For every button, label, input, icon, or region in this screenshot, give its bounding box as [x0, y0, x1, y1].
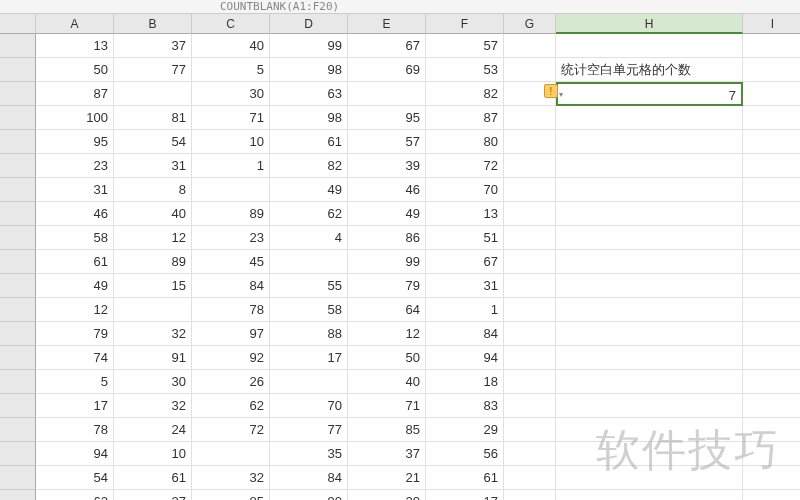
- cell[interactable]: [504, 34, 556, 58]
- cell[interactable]: 27: [114, 490, 192, 500]
- cell[interactable]: 49: [348, 202, 426, 226]
- cell[interactable]: 29: [426, 418, 504, 442]
- cell[interactable]: 1: [192, 154, 270, 178]
- cell[interactable]: 23: [36, 154, 114, 178]
- cell[interactable]: [504, 106, 556, 130]
- cell[interactable]: 24: [114, 418, 192, 442]
- cell[interactable]: 50: [348, 346, 426, 370]
- cell[interactable]: [504, 442, 556, 466]
- cell[interactable]: 32: [114, 322, 192, 346]
- cell[interactable]: 37: [114, 34, 192, 58]
- cell[interactable]: [556, 34, 743, 58]
- cell[interactable]: [504, 250, 556, 274]
- cell[interactable]: 23: [192, 226, 270, 250]
- cell[interactable]: [743, 82, 800, 106]
- cell[interactable]: 70: [270, 394, 348, 418]
- row-header[interactable]: [0, 490, 36, 500]
- row-header[interactable]: [0, 250, 36, 274]
- cell[interactable]: 53: [426, 58, 504, 82]
- trace-dropdown-icon[interactable]: ▾: [559, 90, 563, 99]
- cell[interactable]: 56: [426, 442, 504, 466]
- cell[interactable]: [556, 106, 743, 130]
- cell[interactable]: 89: [192, 202, 270, 226]
- cell[interactable]: [270, 370, 348, 394]
- cell[interactable]: 26: [192, 370, 270, 394]
- row-header[interactable]: [0, 298, 36, 322]
- cell[interactable]: 95: [36, 130, 114, 154]
- cell[interactable]: 32: [114, 394, 192, 418]
- cell[interactable]: 81: [114, 106, 192, 130]
- cell[interactable]: [743, 466, 800, 490]
- col-header-H[interactable]: H: [556, 14, 743, 34]
- cell[interactable]: [504, 58, 556, 82]
- cell[interactable]: 61: [114, 466, 192, 490]
- cell[interactable]: 4: [270, 226, 348, 250]
- cell[interactable]: 82: [426, 82, 504, 106]
- cell[interactable]: 98: [270, 58, 348, 82]
- cell[interactable]: [743, 346, 800, 370]
- cell[interactable]: 74: [36, 346, 114, 370]
- cell[interactable]: 61: [270, 130, 348, 154]
- row-header[interactable]: [0, 418, 36, 442]
- cell[interactable]: 54: [36, 466, 114, 490]
- spreadsheet-grid[interactable]: ABCDEFGHI13374099675750775986953统计空白单元格的…: [0, 14, 800, 500]
- cell[interactable]: [743, 58, 800, 82]
- cell[interactable]: [114, 82, 192, 106]
- cell[interactable]: 94: [36, 442, 114, 466]
- row-header[interactable]: [0, 130, 36, 154]
- cell[interactable]: [504, 490, 556, 500]
- cell[interactable]: 61: [36, 250, 114, 274]
- col-header-I[interactable]: I: [743, 14, 800, 34]
- cell[interactable]: [556, 298, 743, 322]
- cell[interactable]: [743, 226, 800, 250]
- cell[interactable]: [743, 490, 800, 500]
- cell[interactable]: 79: [348, 274, 426, 298]
- cell[interactable]: 21: [348, 466, 426, 490]
- cell[interactable]: 61: [426, 466, 504, 490]
- label-cell[interactable]: 统计空白单元格的个数: [556, 58, 743, 82]
- cell[interactable]: 45: [192, 250, 270, 274]
- cell[interactable]: 72: [426, 154, 504, 178]
- cell[interactable]: 67: [426, 250, 504, 274]
- cell[interactable]: [504, 466, 556, 490]
- cell[interactable]: 82: [270, 154, 348, 178]
- cell[interactable]: 35: [270, 442, 348, 466]
- cell[interactable]: 77: [270, 418, 348, 442]
- cell[interactable]: [504, 418, 556, 442]
- corner-select-all[interactable]: [0, 14, 36, 34]
- cell[interactable]: 17: [426, 490, 504, 500]
- cell[interactable]: [556, 442, 743, 466]
- cell[interactable]: [743, 250, 800, 274]
- cell[interactable]: 62: [270, 202, 348, 226]
- cell[interactable]: 40: [348, 370, 426, 394]
- col-header-F[interactable]: F: [426, 14, 504, 34]
- row-header[interactable]: [0, 370, 36, 394]
- cell[interactable]: 13: [36, 34, 114, 58]
- col-header-D[interactable]: D: [270, 14, 348, 34]
- row-header[interactable]: [0, 202, 36, 226]
- cell[interactable]: [743, 178, 800, 202]
- cell[interactable]: 97: [192, 322, 270, 346]
- cell[interactable]: [556, 490, 743, 500]
- cell[interactable]: 77: [114, 58, 192, 82]
- cell[interactable]: 88: [270, 322, 348, 346]
- cell[interactable]: [114, 298, 192, 322]
- cell[interactable]: 20: [348, 490, 426, 500]
- cell[interactable]: 54: [114, 130, 192, 154]
- cell[interactable]: 91: [114, 346, 192, 370]
- col-header-C[interactable]: C: [192, 14, 270, 34]
- cell[interactable]: 40: [114, 202, 192, 226]
- cell[interactable]: 30: [114, 370, 192, 394]
- row-header[interactable]: [0, 346, 36, 370]
- cell[interactable]: [504, 298, 556, 322]
- trace-error-icon[interactable]: !: [544, 84, 558, 98]
- cell[interactable]: 10: [192, 130, 270, 154]
- cell[interactable]: 84: [426, 322, 504, 346]
- cell[interactable]: [504, 274, 556, 298]
- cell[interactable]: 70: [426, 178, 504, 202]
- cell[interactable]: 17: [36, 394, 114, 418]
- cell[interactable]: 13: [426, 202, 504, 226]
- cell[interactable]: 40: [192, 34, 270, 58]
- cell[interactable]: 63: [270, 82, 348, 106]
- cell[interactable]: 5: [36, 370, 114, 394]
